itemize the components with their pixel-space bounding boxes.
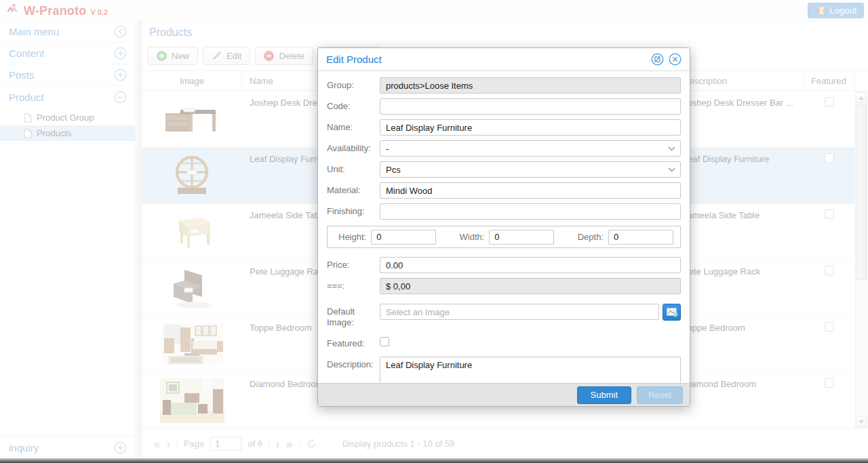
converted-price-label: ===: [327, 278, 380, 291]
unit-label: Unit: [327, 161, 380, 175]
reset-button[interactable]: Reset [637, 386, 683, 404]
width-field[interactable] [489, 230, 554, 245]
dimensions-fieldset: Height: Width: Depth: [327, 226, 681, 248]
height-label: Height: [338, 232, 366, 242]
featured-label: Featured: [327, 336, 380, 349]
featured-checkbox[interactable] [380, 337, 389, 346]
dialog-header: Edit Product [318, 48, 690, 71]
height-field[interactable] [371, 230, 436, 245]
material-label: Material: [327, 182, 380, 196]
unit-value: Pcs [386, 165, 401, 175]
price-label: Price: [327, 257, 380, 270]
select-image-button[interactable] [663, 304, 681, 321]
depth-label: Depth: [578, 232, 604, 242]
material-field[interactable] [380, 182, 681, 199]
chevron-down-icon [668, 146, 675, 151]
dialog-body: Group: Code: Name: Availability: - Unit: [318, 71, 690, 383]
edit-product-dialog: Edit Product Group: Code: Name: [317, 47, 690, 407]
group-label: Group: [327, 77, 380, 91]
close-icon[interactable] [669, 53, 682, 66]
group-field [380, 77, 681, 94]
width-label: Width: [460, 232, 485, 242]
code-field[interactable] [380, 98, 681, 115]
dialog-title: Edit Product [326, 54, 646, 65]
availability-value: - [386, 144, 389, 154]
bottom-edge-bar [0, 458, 868, 463]
description-field[interactable]: Leaf Display Furniture [380, 357, 681, 383]
availability-select[interactable]: - [380, 140, 681, 157]
default-image-label: Default Image: [327, 304, 380, 328]
name-label: Name: [327, 119, 380, 133]
finishing-label: Finishing: [327, 203, 380, 217]
default-image-field[interactable] [380, 304, 659, 320]
code-label: Code: [327, 98, 380, 112]
dialog-footer: Submit Reset [318, 383, 690, 406]
image-add-icon [667, 308, 677, 317]
restore-icon[interactable] [651, 53, 664, 66]
description-label: Description: [327, 357, 380, 370]
availability-label: Availability: [327, 140, 380, 154]
converted-price-field [380, 278, 681, 294]
name-field[interactable] [380, 119, 681, 136]
chevron-down-icon [668, 167, 675, 172]
price-field[interactable] [380, 257, 681, 273]
finishing-field[interactable] [380, 203, 681, 220]
depth-field[interactable] [608, 230, 673, 245]
submit-button[interactable]: Submit [577, 386, 631, 404]
unit-select[interactable]: Pcs [380, 161, 681, 178]
